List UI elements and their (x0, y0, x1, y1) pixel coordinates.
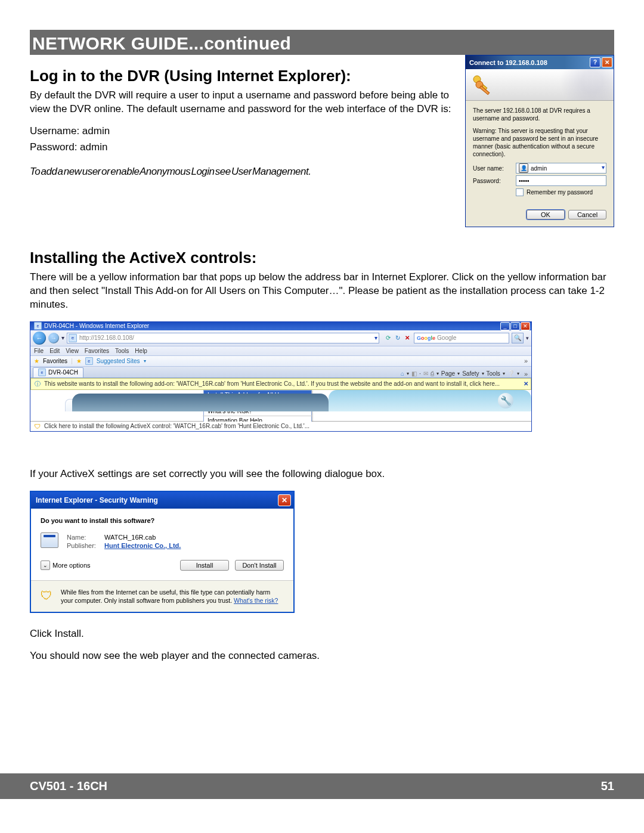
security-question: Do you want to install this software? (41, 517, 284, 524)
name-key: Name: (67, 534, 103, 541)
whats-the-risk-link[interactable]: What's the risk? (234, 597, 278, 604)
ie-app-icon: e (34, 322, 42, 330)
suggested-sites-link[interactable]: Suggested Sites (97, 358, 140, 364)
software-icon (41, 532, 58, 548)
forward-button[interactable]: → (48, 333, 59, 343)
go-icon[interactable]: ⟳ (384, 334, 392, 342)
name-value: WATCH_16R.cab (104, 534, 156, 541)
wrench-icon: 🔧 (498, 393, 513, 408)
menu-favorites[interactable]: Favorites (85, 348, 109, 354)
tab-label: DVR-04CH (48, 369, 78, 376)
install-button[interactable]: Install (180, 560, 229, 571)
ie-page-content: Install This Add-on for All Users on Thi… (30, 390, 531, 422)
stop-icon[interactable]: ✕ (403, 334, 411, 342)
ie-fav-icon: e (85, 357, 93, 365)
ie-bottom-text: Click here to install the following Acti… (44, 423, 309, 429)
info-bar-close-icon[interactable]: ✕ (524, 380, 528, 387)
security-dialog: Internet Explorer - Security Warning ✕ D… (30, 491, 295, 613)
search-placeholder: Google (437, 335, 456, 341)
web-player-text: You should now see the web player and th… (30, 649, 614, 663)
person-icon: 👤 (519, 163, 528, 173)
keys-icon (472, 74, 493, 95)
close-button[interactable]: ✕ (602, 57, 612, 67)
dialog-msg2: Warning: This server is requesting that … (473, 127, 606, 158)
more-options[interactable]: ⌄ More options (41, 561, 91, 570)
cancel-button[interactable]: Cancel (568, 210, 606, 219)
connect-dialog: Connect to 192.168.0.108 ? ✕ The server … (465, 55, 614, 227)
footer-model: CV501 - 16CH (30, 779, 107, 793)
publisher-link[interactable]: Hunt Electronic Co., Ltd. (104, 542, 181, 549)
search-box[interactable]: Google Google (414, 333, 509, 343)
menu-tools[interactable]: Tools (115, 348, 129, 354)
dialog-banner (466, 69, 614, 101)
password-label: Password: (473, 178, 516, 184)
ok-button[interactable]: OK (527, 210, 565, 219)
section-activex-title: Installing the ActiveX controls: (30, 249, 614, 267)
star-small-icon: ★ (76, 358, 82, 364)
login-paragraph: By default the DVR will require a user t… (30, 89, 454, 116)
back-button[interactable]: ← (33, 332, 46, 345)
favorites-label[interactable]: Favorites (43, 358, 67, 364)
ie-window-title: DVR-04CH - Windows Internet Explorer (44, 323, 149, 329)
address-bar[interactable]: e http://192.168.0.108/ ▾ (67, 333, 379, 343)
username-label: User name: (473, 165, 516, 172)
feed-icon[interactable]: ◧ (411, 370, 417, 377)
security-warning-text: While files from the Internet can be use… (61, 588, 284, 605)
minimize-button[interactable]: _ (500, 322, 510, 330)
remember-checkbox[interactable] (516, 188, 524, 196)
mail-icon[interactable]: ✉ (423, 370, 428, 377)
activex-p1: There will be a yellow information bar t… (30, 271, 614, 312)
star-icon: ★ (34, 358, 39, 364)
page-header: NETWORK GUIDE...continued (30, 30, 614, 55)
footer-page-number: 51 (601, 779, 614, 793)
shield-icon: 🛡 (34, 423, 41, 430)
security-close-button[interactable]: ✕ (278, 494, 291, 506)
info-bar-text: This website wants to install the follow… (44, 380, 500, 387)
home-icon[interactable]: ⌂ (401, 370, 404, 377)
warning-icon: 🛡 (41, 588, 52, 605)
ie-window: e DVR-04CH - Windows Internet Explorer _… (30, 321, 532, 432)
address-url: http://192.168.0.108/ (79, 335, 134, 341)
page-footer: CV501 - 16CH 51 (0, 773, 644, 799)
safety-menu[interactable]: Safety (462, 370, 479, 377)
print-icon[interactable]: ⎙ (431, 370, 434, 377)
refresh-icon[interactable]: ↻ (394, 334, 402, 342)
dialog-msg1: The server 192.168.0.108 at DVR requires… (473, 107, 606, 122)
google-icon: Google (417, 335, 435, 341)
remember-label: Remember my password (527, 189, 593, 196)
ie-info-bar[interactable]: ⓘ This website wants to install the foll… (30, 378, 531, 390)
info-icon: ⓘ (35, 380, 41, 388)
maximize-button[interactable]: □ (510, 322, 520, 330)
ie-page-icon: e (69, 334, 77, 342)
menu-help[interactable]: Help (135, 348, 147, 354)
menu-edit[interactable]: Edit (49, 348, 60, 354)
activex-p2: If your ActiveX settings are set correct… (30, 467, 614, 481)
click-install-text: Click Install. (30, 627, 614, 641)
username-value: admin (531, 165, 547, 172)
password-input[interactable]: ••••• (516, 175, 606, 186)
page-menu[interactable]: Page (441, 370, 455, 377)
help-icon[interactable]: ❔ (507, 370, 515, 377)
chevron-down-icon: ⌄ (41, 561, 50, 570)
connect-dialog-title: Connect to 192.168.0.108 (469, 59, 547, 66)
search-button[interactable]: 🔍 (512, 333, 524, 343)
login-username-line: Username: admin (30, 125, 454, 138)
ie-menu-bar: File Edit View Favorites Tools Help (30, 346, 531, 356)
page-panel-light: 🔧 (329, 390, 531, 411)
dont-install-button[interactable]: Don't Install (235, 560, 284, 571)
publisher-key: Publisher: (67, 542, 103, 549)
tools-menu[interactable]: Tools (487, 370, 500, 377)
menu-file[interactable]: File (34, 348, 44, 354)
browser-tab[interactable]: e DVR-04CH (33, 367, 83, 377)
username-input[interactable]: 👤 admin (516, 163, 606, 174)
login-password-line: Password: admin (30, 141, 454, 154)
help-button[interactable]: ? (590, 57, 600, 67)
window-close-button[interactable]: ✕ (521, 322, 530, 330)
section-login-title: Log in to the DVR (Using Internet Explor… (30, 67, 454, 85)
menu-view[interactable]: View (66, 348, 79, 354)
page-panel-dark (72, 394, 329, 411)
security-dialog-title: Internet Explorer - Security Warning (36, 496, 158, 504)
password-value: ••••• (519, 178, 530, 184)
login-note: To add a new user or enable Anonymous Lo… (30, 165, 454, 179)
more-options-label: More options (52, 562, 91, 569)
